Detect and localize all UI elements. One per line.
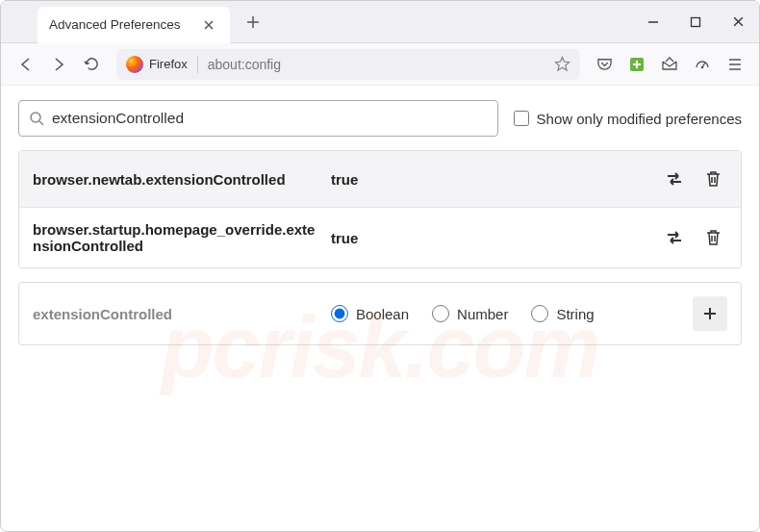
back-button[interactable] [11, 49, 41, 80]
delete-button[interactable] [698, 223, 727, 252]
bookmark-star-icon[interactable] [554, 56, 570, 72]
firefox-logo-icon [126, 56, 143, 73]
dashboard-icon[interactable] [688, 50, 717, 79]
type-number-label: Number [457, 306, 508, 322]
svg-point-2 [701, 65, 704, 68]
prefs-table: browser.newtab.extensionControlled true … [18, 150, 742, 268]
add-pref-name: extensionControlled [33, 306, 331, 322]
delete-button[interactable] [698, 165, 727, 193]
new-tab-button[interactable] [240, 9, 266, 36]
close-tab-icon[interactable] [199, 15, 218, 35]
tab-title: Advanced Preferences [49, 17, 199, 32]
type-string-radio[interactable]: String [531, 305, 594, 322]
type-string-label: String [556, 306, 594, 322]
toggle-button[interactable] [660, 165, 689, 193]
reload-button[interactable] [76, 49, 107, 80]
show-modified-input[interactable] [514, 111, 529, 126]
show-modified-label: Show only modified preferences [537, 111, 742, 127]
identity-label: Firefox [149, 57, 188, 71]
titlebar: Advanced Preferences [1, 1, 759, 43]
toggle-button[interactable] [660, 223, 689, 252]
search-input[interactable] [52, 110, 488, 127]
maximize-button[interactable] [674, 1, 717, 43]
identity-box[interactable]: Firefox [126, 56, 198, 73]
pref-value: true [331, 230, 660, 246]
minimize-button[interactable] [632, 1, 674, 43]
inbox-icon[interactable] [655, 50, 684, 79]
type-boolean-input[interactable] [331, 305, 348, 322]
type-number-input[interactable] [432, 305, 449, 322]
svg-point-3 [31, 113, 40, 122]
pocket-icon[interactable] [590, 50, 619, 79]
pref-row: browser.newtab.extensionControlled true [19, 151, 741, 208]
pref-name: browser.newtab.extensionControlled [33, 171, 331, 188]
add-pref-row: extensionControlled Boolean Number Strin… [18, 282, 742, 345]
type-string-input[interactable] [531, 305, 548, 322]
extension-icon[interactable] [622, 50, 651, 79]
show-modified-checkbox[interactable]: Show only modified preferences [514, 111, 742, 127]
add-pref-types: Boolean Number String [331, 305, 693, 322]
search-icon [29, 111, 44, 126]
url-text: about:config [208, 57, 554, 72]
type-boolean-radio[interactable]: Boolean [331, 305, 409, 322]
url-bar[interactable]: Firefox about:config [116, 49, 580, 80]
browser-tab[interactable]: Advanced Preferences [38, 7, 230, 43]
navbar: Firefox about:config [1, 43, 759, 86]
close-window-button[interactable] [717, 1, 759, 43]
forward-button[interactable] [43, 49, 74, 80]
type-boolean-label: Boolean [356, 306, 409, 322]
add-pref-button[interactable] [693, 296, 727, 331]
pref-row: browser.startup.homepage_override.extens… [19, 208, 741, 267]
pref-value: true [331, 171, 660, 188]
search-box[interactable] [18, 100, 498, 137]
type-number-radio[interactable]: Number [432, 305, 508, 322]
content-area: Show only modified preferences browser.n… [1, 86, 759, 360]
window-controls [632, 1, 759, 43]
hamburger-menu-icon[interactable] [721, 50, 749, 79]
pref-name: browser.startup.homepage_override.extens… [33, 221, 331, 254]
svg-rect-0 [692, 17, 700, 26]
